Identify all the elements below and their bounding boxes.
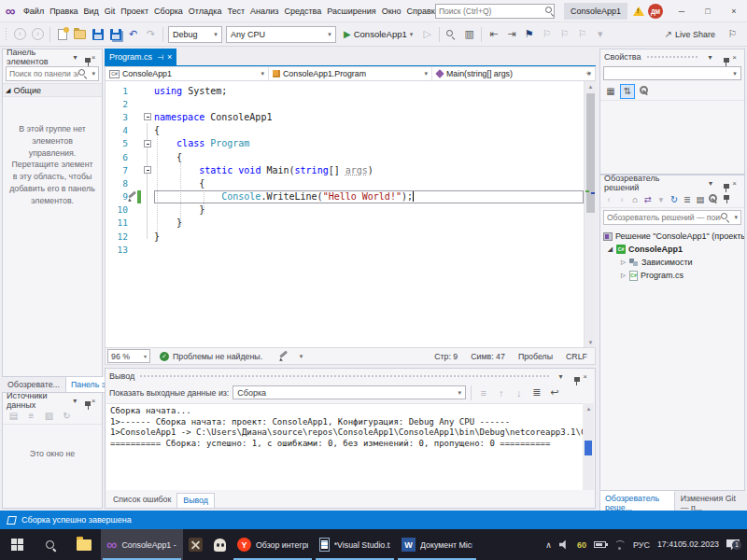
scrollbar-thumb[interactable] (585, 441, 592, 455)
properties-object-dropdown[interactable]: ▾ (603, 66, 741, 80)
menu-item-0[interactable]: Файл (21, 0, 47, 22)
live-share-button[interactable]: ↗ Live Share (665, 29, 715, 39)
platform-dropdown[interactable]: Any CPU▾ (226, 26, 336, 43)
tab-error-list[interactable]: Список ошибок (107, 493, 176, 508)
collapsed-icon[interactable]: ▷ (621, 272, 629, 279)
pending-changes-filter-icon[interactable]: ▾ (655, 190, 668, 207)
line-body[interactable]: } (154, 230, 584, 243)
line-body[interactable]: } (154, 203, 584, 217)
line-body[interactable] (154, 97, 584, 110)
next-bookmark-icon[interactable]: ⚐ (557, 26, 572, 43)
previous-message-icon[interactable]: ↑ (493, 385, 509, 401)
undo-icon[interactable]: ↶ (125, 26, 141, 43)
code-editor[interactable]: 1using System;23namespace ConsoleApp14{5… (105, 81, 596, 347)
network-icon[interactable] (610, 540, 629, 550)
chevron-down-icon[interactable]: ▾ (71, 53, 80, 62)
scrollbar-thumb[interactable] (586, 93, 595, 213)
volume-icon[interactable] (556, 540, 573, 550)
add-data-source-icon[interactable]: ▤ (6, 408, 21, 425)
line-body[interactable]: using System; (154, 84, 584, 97)
code-area[interactable]: 1using System;23namespace ConsoleApp14{5… (106, 81, 584, 347)
code-line-6[interactable]: 6 { (106, 150, 584, 163)
chevron-down-icon[interactable]: ▾ (293, 348, 309, 365)
code-line-2[interactable]: 2 (106, 97, 584, 110)
chevron-down-icon[interactable]: ▾ (704, 53, 716, 62)
close-icon[interactable]: × (579, 372, 591, 381)
line-body[interactable]: static void Main(string[] args) (154, 163, 584, 176)
live-unit-testing-icon[interactable]: ▥ (461, 26, 477, 43)
close-tab-icon[interactable]: × (167, 52, 172, 62)
hidden-icons-chevron[interactable]: ∧ (542, 540, 556, 550)
menu-item-4[interactable]: Проект (118, 0, 151, 22)
line-indicator[interactable]: Стр: 9 (434, 352, 458, 361)
scroll-up-icon[interactable]: ▲ (583, 403, 595, 413)
eol-indicator[interactable]: CRLF (566, 352, 587, 361)
collapse-region-icon[interactable] (144, 140, 151, 147)
taskbar-app-word[interactable]: WДокумент Microso... (396, 529, 478, 560)
configure-data-source-icon[interactable]: ≡ (23, 408, 39, 425)
collapse-region-icon[interactable] (144, 113, 151, 120)
properties-icon[interactable] (707, 190, 720, 207)
next-message-icon[interactable]: ↓ (511, 385, 527, 401)
start-button[interactable] (0, 529, 34, 560)
code-line-13[interactable]: 13 (106, 243, 584, 256)
toolbox-search-input[interactable] (9, 69, 78, 78)
scroll-down-icon[interactable]: ▼ (585, 337, 597, 347)
code-line-9[interactable]: 9 Console.WriteLine("Hello World!"); (106, 190, 584, 203)
taskbar-app-yandex[interactable]: YОбзор интегриров... (232, 529, 314, 560)
navigate-forward-icon[interactable]: › (30, 26, 46, 43)
menu-item-3[interactable]: Git (102, 0, 119, 22)
open-file-icon[interactable] (72, 26, 88, 43)
solution-search-box[interactable]: ▾ (603, 210, 741, 225)
increase-indent-icon[interactable]: ⇥ (503, 26, 519, 43)
column-indicator[interactable]: Симв: 47 (471, 352, 505, 361)
code-line-3[interactable]: 3namespace ConsoleApp1 (106, 110, 584, 123)
toggle-bookmark-icon[interactable]: ⚑ (521, 26, 537, 43)
fold-margin[interactable] (141, 140, 154, 147)
toolbox-title-bar[interactable]: Панель элементов ▾ × (3, 49, 102, 64)
alphabetical-sort-icon[interactable]: ⇅ (620, 84, 635, 99)
split-window-button[interactable]: + (583, 67, 594, 80)
clear-output-icon[interactable]: ≣ (529, 385, 544, 401)
toolbar-grip[interactable] (5, 27, 8, 42)
pin-tab-icon[interactable]: ⊣ (157, 53, 163, 62)
problems-status[interactable]: Проблемы не найдены. (173, 352, 262, 361)
chevron-down-icon[interactable]: ▾ (70, 397, 79, 405)
battery-percent[interactable]: 60 (573, 540, 590, 550)
word-wrap-icon[interactable]: ↩ (546, 385, 562, 401)
quick-search-input[interactable] (436, 7, 545, 16)
taskbar-app-vs[interactable]: ∞ConsoleApp1 - Mic... (101, 529, 183, 560)
toolbox-search-box[interactable]: ▾ (6, 66, 99, 81)
fold-margin[interactable] (141, 113, 154, 120)
chevron-down-icon[interactable]: ▾ (555, 372, 567, 381)
quick-search-box[interactable] (435, 4, 555, 19)
action-center-button[interactable]: 1 (723, 539, 743, 551)
menu-item-2[interactable]: Вид (81, 0, 102, 22)
new-project-icon[interactable] (54, 26, 70, 43)
menu-item-11[interactable]: Окно (379, 0, 404, 22)
back-icon[interactable]: ‹ (602, 190, 615, 207)
feedback-icon[interactable]: ⚐ (725, 26, 740, 43)
tab-output[interactable]: Вывод (176, 493, 215, 508)
home-icon[interactable]: ⌂ (628, 190, 641, 207)
language-indicator[interactable]: РУС (629, 540, 654, 550)
minimize-button[interactable]: ─ (669, 0, 695, 22)
clear-bookmarks-icon[interactable]: ⚐ (574, 26, 590, 43)
maximize-button[interactable]: □ (695, 0, 721, 22)
menu-item-8[interactable]: Анализ (247, 0, 281, 22)
menu-item-5[interactable]: Сборка (151, 0, 186, 22)
code-cleanup-icon[interactable] (275, 348, 291, 365)
tree-item-solution[interactable]: Решение "ConsoleApp1" (проекты: 1 из 1) (600, 230, 744, 243)
solution-search-input[interactable] (607, 213, 721, 222)
save-all-icon[interactable] (107, 26, 123, 43)
goto-message-icon[interactable]: ≡ (475, 385, 491, 401)
line-body[interactable]: class Program (154, 137, 584, 150)
editor-vertical-scrollbar[interactable]: ▲ ▼ (584, 81, 596, 347)
menu-item-1[interactable]: Правка (47, 0, 80, 22)
output-source-dropdown[interactable]: Сборка ▾ (233, 385, 466, 399)
collapse-all-icon[interactable]: ≣ (681, 190, 694, 207)
menu-item-9[interactable]: Средства (281, 0, 324, 22)
menu-item-7[interactable]: Тест (224, 0, 247, 22)
decrease-indent-icon[interactable]: ⇤ (486, 26, 501, 43)
collapse-region-icon[interactable] (144, 166, 151, 174)
